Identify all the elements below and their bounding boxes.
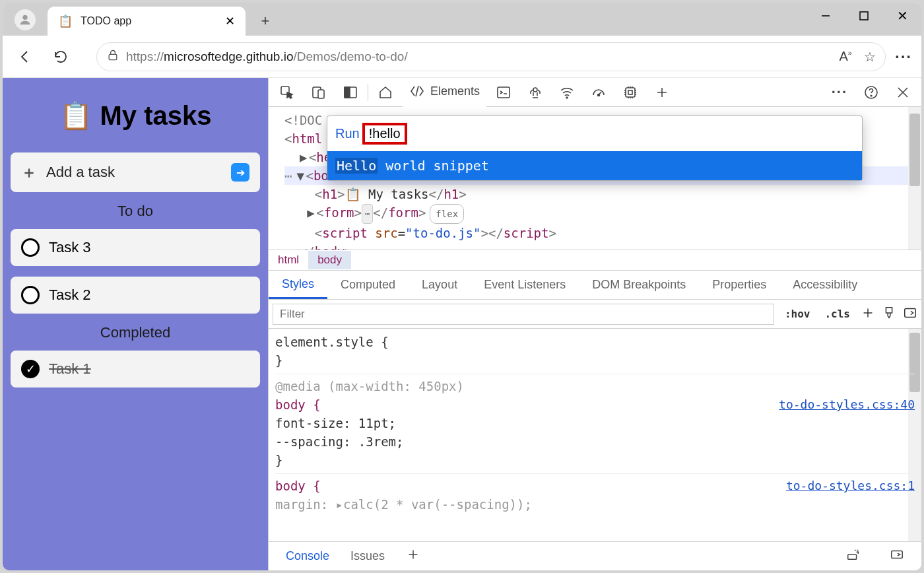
address-bar[interactable]: https://microsoftedge.github.io/Demos/de…	[96, 42, 886, 71]
completed-section-label: Completed	[11, 324, 260, 341]
tab-event-listeners[interactable]: Event Listeners	[471, 271, 579, 299]
tab-styles[interactable]: Styles	[269, 271, 327, 299]
cls-toggle[interactable]: .cls	[820, 308, 854, 320]
minimize-button[interactable]	[807, 3, 845, 29]
add-task-input[interactable]: ＋ Add a task ➔	[11, 152, 260, 192]
command-option-match: Hello	[335, 158, 378, 174]
task-name: Task 2	[49, 286, 91, 304]
close-window-button[interactable]: ✕	[883, 3, 921, 29]
settings-menu-button[interactable]: ···	[895, 48, 912, 66]
css-rule[interactable]: element.style {	[275, 333, 915, 351]
maximize-button[interactable]	[845, 3, 883, 29]
command-menu: Run !hello Hello world snippet	[327, 116, 863, 181]
todo-section-label: To do	[11, 203, 260, 220]
svg-rect-13	[626, 88, 635, 97]
welcome-icon[interactable]	[371, 78, 400, 107]
favorite-icon[interactable]: ☆	[864, 49, 876, 65]
app-title: 📋My tasks	[11, 100, 260, 131]
more-options-button[interactable]: ···	[825, 78, 854, 107]
close-tab-button[interactable]: ✕	[225, 14, 235, 28]
titlebar: 📋 TODO app ✕ + ✕	[3, 3, 921, 36]
styles-tabs: Styles Computed Layout Event Listeners D…	[269, 271, 921, 300]
svg-rect-19	[848, 555, 857, 559]
close-devtools-button[interactable]	[888, 78, 917, 107]
dom-breadcrumb[interactable]: html body	[269, 250, 921, 271]
tab-accessibility[interactable]: Accessibility	[779, 271, 871, 299]
checkbox-icon[interactable]	[21, 286, 40, 304]
task-name: Task 1	[49, 360, 91, 378]
drawer-tab-issues[interactable]: Issues	[340, 549, 395, 563]
devtools-toolbar: Elements ···	[269, 78, 921, 107]
panel-layout-icon[interactable]	[336, 78, 365, 107]
devtools-drawer: Console Issues	[269, 541, 921, 570]
inspect-element-icon[interactable]	[273, 78, 302, 107]
command-option[interactable]: Hello world snippet	[327, 151, 862, 180]
svg-rect-14	[628, 90, 632, 94]
clipboard-icon: 📋	[58, 14, 73, 28]
breadcrumb-item[interactable]: body	[308, 251, 351, 269]
performance-icon[interactable]	[584, 78, 613, 107]
help-icon[interactable]	[857, 78, 886, 107]
source-link[interactable]: to-do-styles.css:1	[786, 477, 915, 495]
scrollbar[interactable]	[908, 107, 921, 250]
console-icon[interactable]	[489, 78, 518, 107]
read-aloud-icon[interactable]: A»	[840, 49, 852, 64]
url-text: https://microsoftedge.github.io/Demos/de…	[126, 50, 828, 64]
computed-sidebar-icon[interactable]	[903, 306, 917, 323]
tab-title: TODO app	[81, 15, 131, 27]
new-tab-button[interactable]: +	[252, 8, 279, 34]
styles-filter-input[interactable]	[273, 304, 774, 325]
drawer-add-tab[interactable]	[395, 547, 431, 565]
styles-pane[interactable]: element.style { } @media (max-width: 450…	[269, 329, 921, 541]
browser-window: 📋 TODO app ✕ + ✕ https://microsoftedge.g…	[3, 3, 921, 570]
checkbox-icon[interactable]	[21, 238, 40, 257]
refresh-button[interactable]	[48, 44, 74, 70]
drawer-icon[interactable]	[836, 547, 871, 565]
source-link[interactable]: to-do-styles.css:40	[779, 395, 915, 414]
svg-rect-9	[498, 87, 510, 98]
add-task-label: Add a task	[46, 164, 115, 181]
svg-rect-6	[318, 90, 324, 98]
new-style-rule-icon[interactable]	[861, 306, 875, 323]
svg-rect-2	[860, 12, 868, 20]
memory-icon[interactable]	[616, 78, 645, 107]
plus-icon: ＋	[21, 162, 37, 183]
task-name: Task 3	[49, 239, 91, 256]
svg-point-0	[22, 15, 27, 20]
command-query-highlight: !hello	[362, 123, 407, 145]
submit-task-button[interactable]: ➔	[231, 163, 249, 182]
device-toolbar-icon[interactable]	[304, 78, 333, 107]
tab-layout[interactable]: Layout	[409, 271, 471, 299]
more-tabs-button[interactable]	[647, 78, 676, 107]
svg-rect-8	[345, 87, 350, 98]
svg-rect-3	[109, 54, 117, 59]
clipboard-icon: 📋	[59, 101, 92, 130]
lock-icon	[106, 49, 119, 65]
tab-properties[interactable]: Properties	[699, 271, 779, 299]
svg-point-10	[533, 88, 537, 92]
task-item-completed[interactable]: Task 1	[11, 351, 260, 388]
drawer-tab-console[interactable]: Console	[275, 549, 340, 563]
svg-point-16	[871, 95, 872, 96]
tab-dom-breakpoints[interactable]: DOM Breakpoints	[579, 271, 699, 299]
browser-tab[interactable]: 📋 TODO app ✕	[48, 7, 246, 36]
breadcrumb-item[interactable]: html	[269, 251, 308, 269]
back-button[interactable]	[12, 44, 38, 70]
drawer-expand-icon[interactable]	[879, 547, 915, 565]
elements-tab[interactable]: Elements	[403, 78, 486, 107]
styles-filter-row: :hov .cls	[269, 300, 921, 329]
command-input-row[interactable]: Run !hello	[327, 116, 862, 151]
paint-brush-icon[interactable]	[882, 306, 896, 323]
task-item[interactable]: Task 3	[11, 229, 260, 266]
svg-rect-17	[886, 307, 892, 312]
network-icon[interactable]	[552, 78, 581, 107]
tab-computed[interactable]: Computed	[327, 271, 409, 299]
hov-toggle[interactable]: :hov	[781, 308, 814, 320]
sources-icon[interactable]	[521, 78, 550, 107]
checkbox-checked-icon[interactable]	[21, 360, 40, 378]
task-item[interactable]: Task 2	[11, 277, 260, 314]
svg-point-11	[566, 97, 568, 98]
profile-avatar[interactable]	[15, 9, 36, 30]
run-label: Run	[335, 126, 360, 141]
toolbar: https://microsoftedge.github.io/Demos/de…	[3, 36, 921, 78]
